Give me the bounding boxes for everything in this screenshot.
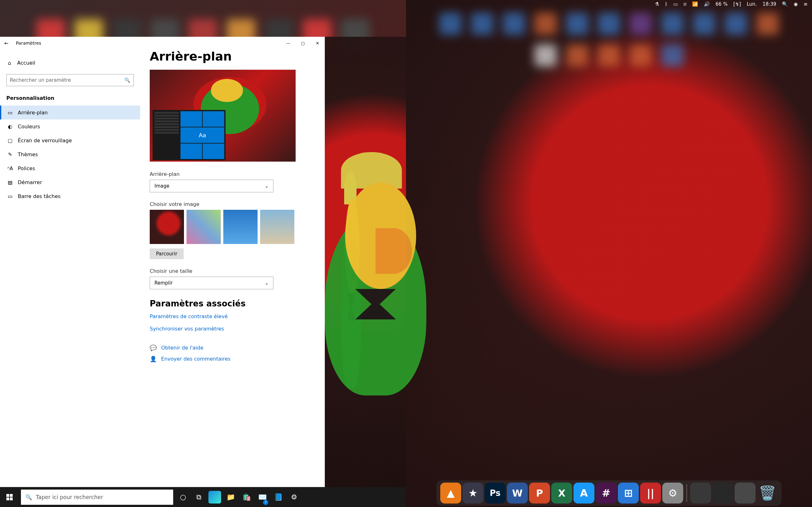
home-icon: ⌂ xyxy=(6,60,13,66)
windows-taskbar: 🔍 Taper ici pour rechercher ○ ⧉ 📁 🛍️ ✉️7… xyxy=(0,487,406,507)
dock-slack[interactable]: # xyxy=(596,483,617,504)
chevron-down-icon: ⌄ xyxy=(264,280,269,286)
nav-item-lockscreen[interactable]: ▢Écran de verrouillage xyxy=(0,133,140,147)
mac-desktop-folders-blur xyxy=(406,0,812,507)
svg-rect-0 xyxy=(6,494,9,497)
svg-rect-3 xyxy=(10,498,13,500)
siri-icon[interactable]: ◉ xyxy=(794,1,798,7)
thumbnail-2[interactable] xyxy=(187,210,221,244)
mac-menubar: ⚗ ᛒ ▭ ⎚ 📶 🔊 66 % [↯] Lun. 18:39 🔍 ◉ ≡ xyxy=(650,0,812,8)
menubar-time[interactable]: 18:39 xyxy=(763,1,776,7)
font-icon: ᴬA xyxy=(7,165,13,171)
dock-powerpoint[interactable]: P xyxy=(529,483,550,504)
dock-separator xyxy=(687,484,687,502)
taskbar-search-placeholder: Taper ici pour rechercher xyxy=(36,494,103,500)
dock-excel[interactable]: X xyxy=(551,483,572,504)
volume-icon[interactable]: 🔊 xyxy=(704,1,710,7)
minimize-button[interactable]: — xyxy=(281,37,296,49)
menubar-app-icon[interactable]: ⚗ xyxy=(655,1,659,7)
mac-desktop: ⚗ ᛒ ▭ ⎚ 📶 🔊 66 % [↯] Lun. 18:39 🔍 ◉ ≡ ‹ … xyxy=(406,0,812,507)
brush-icon: ✎ xyxy=(7,151,13,158)
nav-item-themes[interactable]: ✎Thèmes xyxy=(0,147,140,161)
search-placeholder: Rechercher un paramètre xyxy=(10,77,124,83)
menubar-day[interactable]: Lun. xyxy=(747,1,757,7)
fit-dropdown[interactable]: Remplir ⌄ xyxy=(150,277,273,289)
notification-center-icon[interactable]: ≡ xyxy=(803,1,808,7)
nav-item-colors[interactable]: ◐Couleurs xyxy=(0,119,140,133)
dock-minimized-1[interactable] xyxy=(690,483,711,504)
window-title: Paramètres xyxy=(13,41,281,46)
feedback-icon: 👤 xyxy=(150,355,157,362)
battery-percentage[interactable]: 66 % xyxy=(716,1,728,7)
taskbar-icon: ▭ xyxy=(7,193,13,199)
display-icon[interactable]: ⎚ xyxy=(683,1,687,7)
dock-minimized-3[interactable] xyxy=(734,483,756,504)
windows-logo-icon xyxy=(6,494,13,500)
mac-dock: ▲ ★ Ps W P X A # ⊞ || ⚙ 🗑️ xyxy=(437,481,781,506)
cortana-button[interactable]: ○ xyxy=(175,487,191,507)
chevron-down-icon: ⌄ xyxy=(264,183,269,189)
home-button[interactable]: ⌂ Accueil xyxy=(0,56,140,70)
start-button[interactable] xyxy=(0,487,19,507)
svg-rect-1 xyxy=(10,494,13,497)
airplay-icon[interactable]: ▭ xyxy=(673,1,678,7)
dock-trash[interactable]: 🗑️ xyxy=(757,483,778,504)
microsoft-store-icon[interactable]: 🛍️ xyxy=(239,487,254,507)
dock-vlc[interactable]: ▲ xyxy=(440,483,461,504)
start-menu-preview: Aa xyxy=(153,110,225,161)
help-icon: 💬 xyxy=(150,344,157,351)
dock-app-1[interactable]: ⊞ xyxy=(618,483,639,504)
dock-appstore[interactable]: A xyxy=(573,483,595,504)
settings-window: ⌂ Accueil Rechercher un paramètre 🔍 Pers… xyxy=(0,37,325,487)
thumbnail-3[interactable] xyxy=(223,210,258,244)
settings-sidebar: ⌂ Accueil Rechercher un paramètre 🔍 Pers… xyxy=(0,37,140,487)
search-icon: 🔍 xyxy=(26,494,32,500)
start-icon: ▤ xyxy=(7,179,13,185)
dock-minimized-2[interactable] xyxy=(712,483,733,504)
picture-icon: ▭ xyxy=(7,109,13,116)
battery-charging-icon: [↯] xyxy=(733,1,741,7)
wifi-icon[interactable]: 📶 xyxy=(692,1,698,7)
nav-item-background[interactable]: ▭Arrière-plan xyxy=(0,106,140,119)
taskbar-search[interactable]: 🔍 Taper ici pour rechercher xyxy=(21,490,173,505)
lock-icon: ▢ xyxy=(7,137,13,144)
nav-item-start[interactable]: ▤Démarrer xyxy=(0,175,140,189)
word-icon[interactable]: 📘 xyxy=(270,487,286,507)
task-view-button[interactable]: ⧉ xyxy=(191,487,207,507)
category-title: Personnalisation xyxy=(0,91,140,106)
back-button[interactable]: ← xyxy=(0,40,13,46)
settings-search-input[interactable]: Rechercher un paramètre 🔍 xyxy=(6,74,134,86)
close-button[interactable]: ✕ xyxy=(310,37,325,49)
nav-item-taskbar[interactable]: ▭Barre des tâches xyxy=(0,189,140,203)
background-type-dropdown[interactable]: Image ⌄ xyxy=(150,180,273,192)
home-label: Accueil xyxy=(17,60,35,66)
thumbnail-1[interactable] xyxy=(150,210,184,244)
maximize-button[interactable]: ▢ xyxy=(296,37,310,49)
search-icon: 🔍 xyxy=(124,77,131,83)
dock-system-preferences[interactable]: ⚙ xyxy=(662,483,683,504)
spotlight-icon[interactable]: 🔍 xyxy=(782,1,788,7)
dock-word[interactable]: W xyxy=(507,483,528,504)
bluetooth-icon[interactable]: ᛒ xyxy=(665,1,668,7)
dock-photoshop[interactable]: Ps xyxy=(485,483,506,504)
mail-icon[interactable]: ✉️7 xyxy=(254,487,270,507)
file-explorer-icon[interactable]: 📁 xyxy=(223,487,239,507)
settings-taskbar-icon[interactable]: ⚙ xyxy=(286,487,302,507)
dock-app-2[interactable]: || xyxy=(640,483,661,504)
svg-rect-2 xyxy=(6,498,9,500)
edge-icon[interactable] xyxy=(208,491,221,504)
palette-icon: ◐ xyxy=(7,123,13,130)
settings-titlebar: ← Paramètres — ▢ ✕ xyxy=(0,37,325,49)
browse-button[interactable]: Parcourir xyxy=(150,248,184,259)
page-title: Arrière-plan xyxy=(150,49,315,63)
wallpaper-preview: Aa xyxy=(150,70,296,162)
dock-imovie[interactable]: ★ xyxy=(462,483,484,504)
nav-item-fonts[interactable]: ᴬAPolices xyxy=(0,161,140,175)
